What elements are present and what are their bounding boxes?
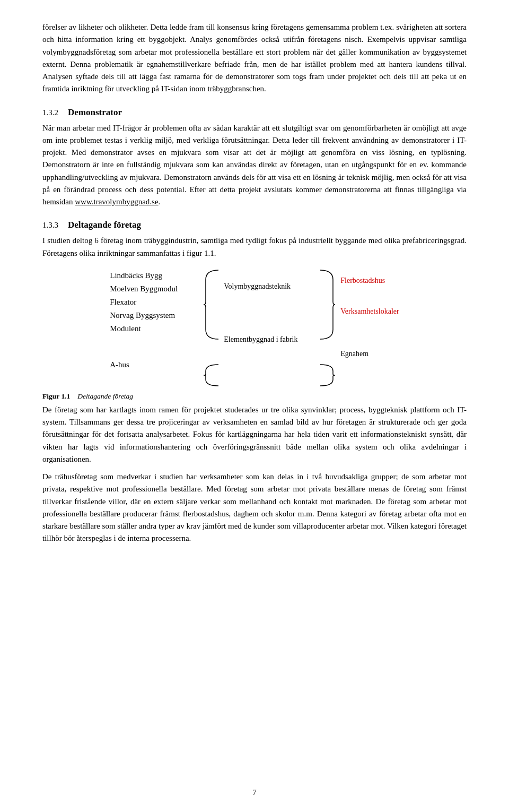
section-132-title: Demonstrator <box>68 107 122 118</box>
elem-label-container: Elementbyggnad i fabrik <box>224 328 297 351</box>
travolym-link[interactable]: www.travolymbyggnad.se <box>75 197 158 206</box>
paragraph-1: förelser av likheter och olikheter. Dett… <box>42 21 467 96</box>
company-flexator: Flexator <box>110 296 203 309</box>
brace-volym-close <box>317 269 336 340</box>
company-ahus: A-hus <box>110 356 203 372</box>
paragraph-5: De trähusföretag som medverkar i studien… <box>42 471 467 545</box>
brace-volym-section <box>203 269 222 387</box>
company-modulent: Modulent <box>110 322 203 335</box>
section-133-heading: 1.3.3 Deltagande företag <box>42 220 467 230</box>
company-lindbacks: Lindbäcks Bygg <box>110 269 203 282</box>
paragraph-4: De företag som har kartlagts inom ramen … <box>42 404 467 465</box>
figure-label: Figur 1.1 <box>42 392 70 401</box>
elem-label: Elementbyggnad i fabrik <box>224 335 297 344</box>
figure-caption-text: Deltagande företag <box>77 392 133 401</box>
section-132-heading: 1.3.2 Demonstrator <box>42 107 467 118</box>
brace-ahus-open <box>203 364 222 387</box>
brace-right-section <box>317 269 336 387</box>
section-132-number: 1.3.2 <box>42 108 58 117</box>
para5-text: De trähusföretag som medverkar i studien… <box>42 472 467 542</box>
output-labels: Flerbostadshus Verksamhetslokaler Egnahe… <box>336 269 399 387</box>
page-number: 7 <box>0 788 509 797</box>
diagram-wrapper: Lindbäcks Bygg Moelven Byggmodul Flexato… <box>42 269 467 387</box>
para4-text: De företag som har kartlagts inom ramen … <box>42 405 467 463</box>
company-norvag: Norvag Byggsystem <box>110 309 203 322</box>
figure-1-1: Lindbäcks Bygg Moelven Byggmodul Flexato… <box>42 269 467 401</box>
label-flerbostadshus: Flerbostadshus <box>340 277 385 285</box>
companies-left: Lindbäcks Bygg Moelven Byggmodul Flexato… <box>110 269 203 387</box>
verksamhetslokaler-container: Verksamhetslokaler <box>340 292 399 318</box>
figure-caption: Figur 1.1 Deltagande företag <box>42 392 133 401</box>
brace-top-open <box>203 269 222 340</box>
volym-label: Volymbyggnadsteknik <box>224 282 291 291</box>
paragraph-3: I studien deltog 6 företag inom träbyggi… <box>42 235 467 260</box>
flerbostadshus-container: Flerbostadshus <box>340 269 385 292</box>
volym-label-container: Volymbyggnadsteknik <box>224 269 291 305</box>
companies-top-group: Lindbäcks Bygg Moelven Byggmodul Flexato… <box>110 269 203 335</box>
label-verksamhetslokaler: Verksamhetslokaler <box>340 307 399 316</box>
page-content: förelser av likheter och olikheter. Dett… <box>0 0 509 582</box>
gap-spacer <box>110 335 203 356</box>
section-133-number: 1.3.3 <box>42 221 58 230</box>
company-moelven: Moelven Byggmodul <box>110 282 203 296</box>
middle-labels: Volymbyggnadsteknik Elementbyggnad i fab… <box>222 269 312 387</box>
page-num-text: 7 <box>252 788 257 797</box>
paragraph-2: När man arbetar med IT-frågor är problem… <box>42 122 467 209</box>
section-133-title: Deltagande företag <box>68 220 141 230</box>
para1-text: förelser av likheter och olikheter. Dett… <box>42 23 467 93</box>
brace-ahus-close <box>317 364 336 387</box>
label-egnahem: Egnahem <box>340 350 368 358</box>
para2-end: . <box>159 197 161 206</box>
para3-text: I studien deltog 6 företag inom träbyggi… <box>42 236 467 257</box>
egnahem-container: Egnahem <box>340 344 368 364</box>
para2-text: När man arbetar med IT-frågor är problem… <box>42 124 467 206</box>
